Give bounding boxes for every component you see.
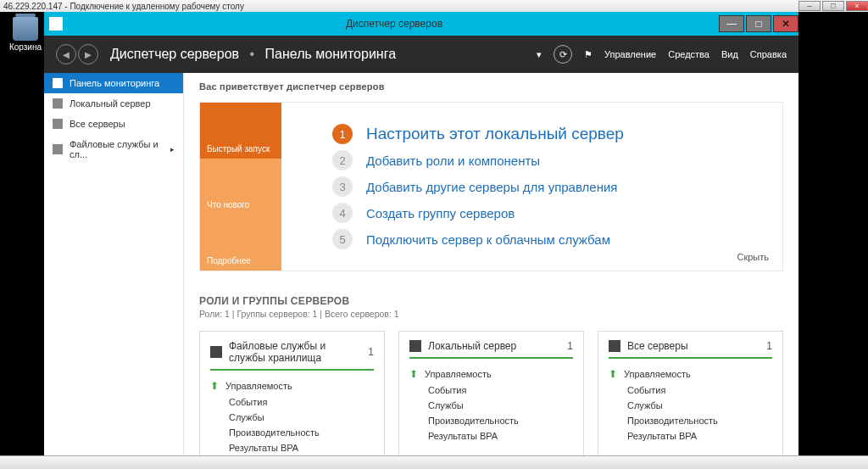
menu-manage[interactable]: Управление [604, 49, 656, 59]
dashboard-icon [53, 78, 63, 88]
welcome-tile: Быстрый запуск Что нового Подробнее 1 На… [199, 102, 783, 271]
card-row-events[interactable]: События [210, 394, 374, 410]
storage-icon [210, 346, 222, 358]
card-row-performance[interactable]: Производительность [210, 425, 374, 440]
card-row-services[interactable]: Службы [609, 398, 772, 413]
menu-tools[interactable]: Средства [668, 49, 709, 59]
card-title: Локальный сервер [428, 340, 560, 352]
hide-link[interactable]: Скрыть [737, 252, 769, 262]
card-row-services[interactable]: Службы [409, 398, 573, 413]
breadcrumb-app[interactable]: Диспетчер серверов [110, 47, 239, 61]
sidebar-item-file-services[interactable]: Файловые службы и сл... ▸ [44, 134, 183, 165]
card-row-manageability[interactable]: ⬆Управляемость [210, 377, 374, 394]
host-rdp-titlebar: 46.229.220.147 - Подключение к удаленном… [0, 0, 868, 12]
sidebar: Панель мониторинга Локальный сервер Все … [44, 73, 184, 455]
storage-icon [53, 144, 63, 154]
sidebar-item-label: Все серверы [70, 119, 125, 129]
recycle-bin-label: Корзина [8, 42, 42, 52]
sidebar-item-label: Локальный сервер [70, 98, 151, 109]
close-button[interactable]: ✕ [773, 15, 798, 32]
host-minimize-button[interactable]: – [798, 1, 821, 11]
status-up-icon: ⬆ [609, 368, 617, 380]
step-add-servers[interactable]: 3 Добавить другие серверы для управления [332, 176, 759, 197]
sidebar-item-all-servers[interactable]: Все серверы [44, 114, 183, 134]
maximize-button[interactable]: □ [746, 15, 771, 32]
card-row-manageability[interactable]: ⬆Управляемость [409, 366, 573, 382]
roles-subheader: Роли: 1 | Группы серверов: 1 | Всего сер… [199, 309, 783, 319]
card-title: Файловые службы и службы хранилища [229, 340, 361, 364]
step-number-icon: 5 [332, 229, 353, 249]
header-bar: ◄ ► Диспетчер серверов • Панель монитори… [44, 36, 798, 73]
sidebar-item-label: Панель мониторинга [70, 78, 159, 88]
learn-more-tab[interactable]: Подробнее [200, 215, 281, 271]
server-icon [409, 340, 421, 352]
trash-icon [13, 17, 38, 41]
host-maximize-button[interactable]: □ [822, 1, 844, 11]
card-row-bpa[interactable]: Результаты BPA [210, 440, 374, 455]
step-create-group[interactable]: 4 Создать группу серверов [332, 203, 759, 223]
step-connect-cloud[interactable]: 5 Подключить сервер к облачным службам [332, 229, 759, 249]
main-content: Вас приветствует диспетчер серверов Быст… [184, 73, 798, 455]
servers-icon [609, 340, 620, 352]
menu-view[interactable]: Вид [721, 49, 738, 59]
role-card-local-server[interactable]: Локальный сервер 1 ⬆Управляемость Событи… [398, 331, 584, 455]
host-rdp-title: 46.229.220.147 - Подключение к удаленном… [3, 2, 797, 11]
server-icon [53, 98, 63, 109]
refresh-button[interactable]: ⟳ [554, 45, 572, 64]
recycle-bin-icon[interactable]: Корзина [8, 17, 42, 52]
quick-start-tab[interactable]: Быстрый запуск [200, 103, 281, 159]
card-row-events[interactable]: События [609, 382, 772, 398]
host-taskbar[interactable] [0, 455, 868, 469]
card-count: 1 [368, 346, 374, 358]
server-manager-icon [49, 17, 63, 31]
host-close-button[interactable]: × [846, 1, 868, 11]
card-row-bpa[interactable]: Результаты BPA [409, 428, 573, 444]
welcome-heading: Вас приветствует диспетчер серверов [199, 81, 783, 92]
role-card-file-services[interactable]: Файловые службы и службы хранилища 1 ⬆Уп… [199, 331, 385, 455]
status-up-icon: ⬆ [409, 368, 418, 380]
window-titlebar[interactable]: Диспетчер серверов — □ ✕ [44, 12, 798, 36]
step-number-icon: 4 [332, 203, 353, 223]
refresh-dropdown[interactable]: ▾ [537, 49, 542, 60]
card-row-manageability[interactable]: ⬆Управляемость [609, 366, 772, 382]
card-row-performance[interactable]: Производительность [409, 413, 573, 428]
notifications-flag-icon[interactable]: ⚑ [584, 49, 593, 60]
card-title: Все серверы [627, 340, 760, 352]
card-row-events[interactable]: События [409, 382, 573, 398]
servers-icon [53, 119, 63, 129]
sidebar-item-label: Файловые службы и сл... [70, 139, 164, 159]
server-manager-window: Диспетчер серверов — □ ✕ ◄ ► Диспетчер с… [44, 12, 798, 455]
whats-new-tab[interactable]: Что нового [200, 159, 281, 215]
card-row-services[interactable]: Службы [210, 410, 374, 425]
roles-header: РОЛИ И ГРУППЫ СЕРВЕРОВ [199, 295, 783, 307]
window-title: Диспетчер серверов [71, 18, 717, 30]
step-number-icon: 1 [332, 124, 353, 144]
sidebar-item-dashboard[interactable]: Панель мониторинга [44, 73, 183, 93]
minimize-button[interactable]: — [719, 15, 744, 32]
card-count: 1 [766, 340, 772, 352]
menu-help[interactable]: Справка [750, 49, 787, 59]
step-add-roles[interactable]: 2 Добавить роли и компоненты [332, 150, 759, 170]
forward-button[interactable]: ► [78, 44, 98, 64]
sidebar-item-local-server[interactable]: Локальный сервер [44, 93, 183, 114]
breadcrumb-page[interactable]: Панель мониторинга [265, 47, 397, 61]
role-card-all-servers[interactable]: Все серверы 1 ⬆Управляемость События Слу… [598, 331, 783, 455]
card-row-performance[interactable]: Производительность [609, 413, 772, 428]
chevron-right-icon: • [249, 47, 254, 61]
status-up-icon: ⬆ [210, 380, 219, 392]
back-button[interactable]: ◄ [56, 44, 76, 64]
card-count: 1 [567, 340, 573, 352]
chevron-right-icon: ▸ [170, 145, 175, 154]
breadcrumb: Диспетчер серверов • Панель мониторинга [110, 47, 396, 62]
step-number-icon: 2 [332, 150, 353, 170]
card-row-bpa[interactable]: Результаты BPA [609, 428, 772, 444]
step-number-icon: 3 [332, 176, 353, 197]
step-configure-local-server[interactable]: 1 Настроить этот локальный сервер [332, 124, 759, 144]
